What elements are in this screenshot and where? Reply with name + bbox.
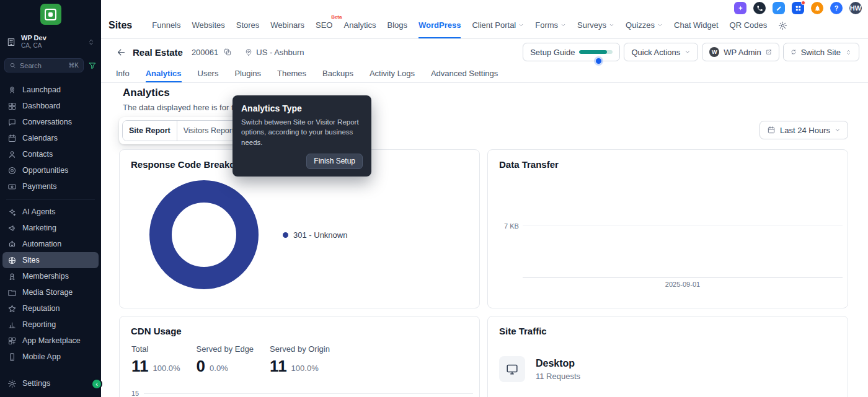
sidebar-item-mobile-app[interactable]: Mobile App: [2, 349, 99, 365]
site-tab-analytics[interactable]: Analytics: [146, 65, 182, 82]
account-avatar[interactable]: HW: [849, 2, 862, 14]
tab-webinars[interactable]: Webinars: [270, 12, 304, 38]
chevron-down-icon: [835, 127, 841, 133]
tab-quizzes[interactable]: Quizzes: [626, 12, 663, 38]
beta-badge: Beta: [331, 14, 342, 20]
chevrons-up-down-icon: [87, 38, 95, 46]
sidebar-item-contacts[interactable]: Contacts: [2, 146, 99, 162]
setup-guide-beacon[interactable]: [596, 58, 601, 64]
gear-icon: [7, 379, 17, 388]
sidebar-item-label: Launchpad: [22, 85, 61, 94]
wp-admin-button[interactable]: WWP Admin: [702, 43, 779, 61]
sidebar-item-ai-agents[interactable]: AI Agents: [2, 204, 99, 220]
notifications-icon[interactable]: [811, 2, 823, 14]
site-tab-plugins[interactable]: Plugins: [234, 65, 261, 82]
calendar-icon: [767, 126, 776, 134]
sidebar-item-label: Calendars: [22, 134, 58, 142]
analytics-heading: Analytics: [123, 87, 848, 99]
agency-logo[interactable]: [40, 4, 61, 25]
account-switcher[interactable]: WP Dev CA, CA: [2, 31, 99, 53]
tab-analytics[interactable]: Analytics: [343, 12, 376, 38]
sidebar-item-sites[interactable]: Sites: [2, 252, 99, 268]
folder-icon: [7, 288, 17, 297]
data-transfer-card: Data Transfer 7 KB 2025-09-01: [487, 149, 848, 308]
sidebar-collapse-button[interactable]: ‹: [91, 378, 102, 390]
sidebar-item-opportunities[interactable]: Opportunities: [2, 162, 99, 178]
tab-seo[interactable]: SEOBeta: [316, 12, 332, 38]
tab-stores[interactable]: Stores: [236, 12, 260, 38]
stat-total: Total 11100.0%: [131, 344, 180, 374]
page-title: Sites: [108, 12, 132, 38]
help-icon[interactable]: ?: [830, 2, 843, 14]
site-report-button[interactable]: Site Report: [123, 121, 177, 141]
sidebar-nav: Launchpad Dashboard Conversations Calend…: [0, 82, 101, 375]
popover-title: Analytics Type: [241, 103, 363, 113]
date-range-filter[interactable]: Last 24 Hours: [760, 121, 848, 139]
sidebar-item-media-storage[interactable]: Media Storage: [2, 284, 99, 300]
search-shortcut: ⌘K: [68, 62, 79, 69]
tab-wordpress[interactable]: WordPress: [418, 12, 461, 38]
sidebar-item-settings[interactable]: Settings: [2, 375, 99, 391]
rocket-icon: [7, 85, 17, 95]
tab-surveys[interactable]: Surveys: [577, 12, 614, 38]
account-location: CA, CA: [21, 42, 46, 50]
sidebar-item-calendars[interactable]: Calendars: [2, 130, 99, 146]
target-icon: [7, 166, 17, 175]
site-traffic-card: Site Traffic Desktop 11 Requests: [487, 316, 848, 397]
site-tab-advanced-settings[interactable]: Advanced Settings: [431, 65, 498, 82]
sidebar-item-reputation[interactable]: Reputation: [2, 300, 99, 316]
tab-client-portal[interactable]: Client Portal: [472, 12, 524, 38]
site-tab-users[interactable]: Users: [198, 65, 219, 82]
badge-icon: [7, 272, 17, 281]
site-name: Real Estate: [133, 47, 183, 58]
stat-percent: 0.0%: [210, 364, 228, 374]
sidebar-search[interactable]: ⌘K: [4, 58, 84, 72]
top-header: ? HW Sites Funnels Websites Stores Webin…: [101, 0, 868, 39]
donut-chart-row: 301 - Unknown: [120, 177, 479, 292]
tab-qr-codes[interactable]: QR Codes: [730, 12, 768, 38]
sidebar-item-marketing[interactable]: Marketing: [2, 220, 99, 236]
sparkle-icon: [7, 207, 17, 217]
setup-guide-button[interactable]: Setup Guide: [523, 43, 620, 61]
stat-label: Served by Edge: [197, 344, 254, 354]
finish-setup-button[interactable]: Finish Setup: [306, 154, 363, 169]
sidebar-item-automation[interactable]: Automation: [2, 236, 99, 252]
legend-dot: [283, 232, 288, 238]
sidebar-item-dashboard[interactable]: Dashboard: [2, 98, 99, 114]
analytics-description: The data displayed here is for the do: [123, 103, 848, 112]
app-launcher-icon[interactable]: [792, 2, 804, 14]
sidebar-item-reporting[interactable]: Reporting: [2, 316, 99, 333]
site-tabs: Info Analytics Users Plugins Themes Back…: [101, 65, 868, 83]
header-nav: Sites Funnels Websites Stores Webinars S…: [108, 12, 787, 38]
sidebar-search-row: ⌘K: [4, 58, 97, 72]
sidebar-item-app-marketplace[interactable]: App Marketplace: [2, 333, 99, 349]
sites-settings-gear-icon[interactable]: [778, 21, 787, 30]
site-tab-info[interactable]: Info: [116, 65, 130, 82]
sidebar-item-label: Mobile App: [22, 352, 61, 361]
sidebar-item-payments[interactable]: Payments: [2, 178, 99, 194]
sidebar-item-memberships[interactable]: Memberships: [2, 268, 99, 284]
quick-actions-button[interactable]: Quick Actions: [624, 43, 698, 61]
site-tab-themes[interactable]: Themes: [277, 65, 306, 82]
sidebar-item-conversations[interactable]: Conversations: [2, 114, 99, 130]
copy-icon[interactable]: [223, 48, 232, 56]
filter-funnel-icon[interactable]: [88, 61, 97, 70]
site-tab-backups[interactable]: Backups: [322, 65, 353, 82]
dashboard-icon: [7, 102, 17, 111]
tab-websites[interactable]: Websites: [192, 12, 225, 38]
wordpress-logo-icon: W: [709, 47, 719, 57]
site-tab-activity-logs[interactable]: Activity Logs: [370, 65, 415, 82]
tab-funnels[interactable]: Funnels: [152, 12, 180, 38]
gridline: [144, 393, 473, 394]
chevron-down-icon: [560, 22, 566, 28]
stat-value: 0: [197, 358, 205, 374]
tab-forms[interactable]: Forms: [535, 12, 566, 38]
visitors-report-button[interactable]: Visitors Report: [177, 121, 241, 141]
tab-blogs[interactable]: Blogs: [388, 12, 408, 38]
switch-site-button[interactable]: Switch Site: [783, 43, 859, 61]
sidebar-item-launchpad[interactable]: Launchpad: [2, 82, 99, 98]
back-arrow-icon[interactable]: [116, 47, 126, 58]
chevron-down-icon: [518, 22, 524, 28]
tab-chat-widget[interactable]: Chat Widget: [674, 12, 719, 38]
search-input[interactable]: [20, 62, 64, 69]
